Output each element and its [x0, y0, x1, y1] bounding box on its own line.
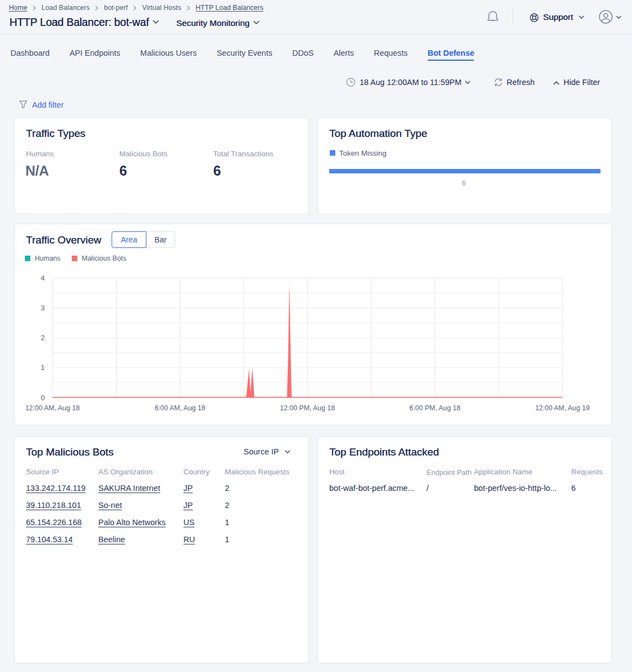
svg-text:2: 2 [41, 334, 45, 342]
svg-text:12:00 PM, Aug 18: 12:00 PM, Aug 18 [280, 404, 335, 412]
svg-text:6:00 AM, Aug 18: 6:00 AM, Aug 18 [155, 404, 206, 412]
svg-text:1: 1 [41, 363, 45, 372]
svg-text:12:00 AM, Aug 19: 12:00 AM, Aug 19 [535, 404, 590, 412]
svg-text:6:00 PM, Aug 18: 6:00 PM, Aug 18 [409, 404, 460, 412]
svg-text:3: 3 [41, 304, 45, 312]
svg-text:12:00 AM, Aug 18: 12:00 AM, Aug 18 [25, 404, 80, 412]
svg-text:0: 0 [41, 394, 45, 402]
svg-text:4: 4 [41, 274, 45, 282]
